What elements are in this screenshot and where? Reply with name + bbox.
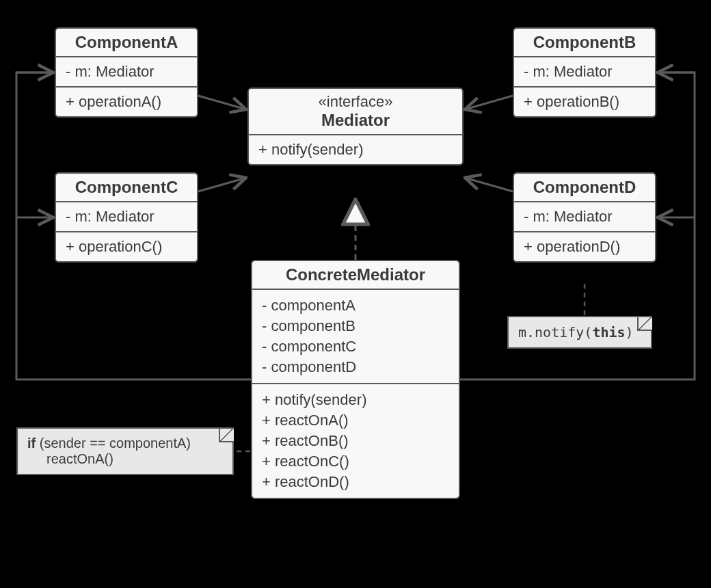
field: - componentC (262, 336, 449, 357)
method: + reactOnD() (262, 472, 449, 492)
method: + operationB() (514, 88, 655, 116)
note-text: if (sender == componentA) reactOnA() (27, 436, 223, 467)
fields-section: - componentA - componentB - componentC -… (252, 290, 459, 384)
note-operationD: m.notify(this) (507, 316, 652, 349)
class-ComponentB: ComponentB - m: Mediator + operationB() (513, 27, 656, 118)
class-ComponentD: ComponentD - m: Mediator + operationD() (513, 172, 656, 263)
class-ComponentC: ComponentC - m: Mediator + operationC() (55, 172, 198, 263)
class-ComponentA: ComponentA - m: Mediator + operationA() (55, 27, 198, 118)
field: - componentD (262, 357, 449, 377)
method: + notify(sender) (249, 135, 462, 164)
assoc-D-to-Mediator (465, 178, 513, 191)
field: - m: Mediator (514, 202, 655, 232)
class-title: ComponentC (56, 174, 197, 202)
class-title: ComponentA (56, 29, 197, 57)
stereotype: «interface» (258, 93, 453, 111)
method: + operationC() (56, 232, 197, 261)
note-fold-icon (637, 316, 652, 331)
class-title: ComponentD (514, 174, 655, 202)
field: - componentB (262, 316, 449, 336)
assoc-B-to-Mediator (465, 96, 513, 109)
class-title: «interface» Mediator (249, 89, 462, 135)
assoc-A-to-Mediator (198, 96, 246, 109)
class-name: Mediator (321, 111, 390, 129)
class-ConcreteMediator: ConcreteMediator - componentA - componen… (251, 260, 460, 499)
method: + reactOnA() (262, 410, 449, 431)
note-notify: if (sender == componentA) reactOnA() (16, 427, 234, 475)
class-Mediator: «interface» Mediator + notify(sender) (247, 88, 464, 165)
class-title: ConcreteMediator (252, 261, 459, 290)
method: + operationD() (514, 232, 655, 261)
field: - componentA (262, 295, 449, 316)
class-title: ComponentB (514, 29, 655, 57)
field: - m: Mediator (514, 57, 655, 88)
methods-section: + notify(sender) + reactOnA() + reactOnB… (252, 384, 459, 498)
field: - m: Mediator (56, 202, 197, 232)
method: + reactOnC() (262, 451, 449, 472)
method: + operationA() (56, 88, 197, 116)
note-text: m.notify(this) (518, 324, 634, 340)
field: - m: Mediator (56, 57, 197, 88)
assoc-C-to-Mediator (198, 178, 246, 191)
diagram-canvas: ComponentA - m: Mediator + operationA() … (0, 0, 711, 588)
method: + reactOnB() (262, 431, 449, 451)
method: + notify(sender) (262, 390, 449, 410)
note-fold-icon (219, 427, 234, 442)
